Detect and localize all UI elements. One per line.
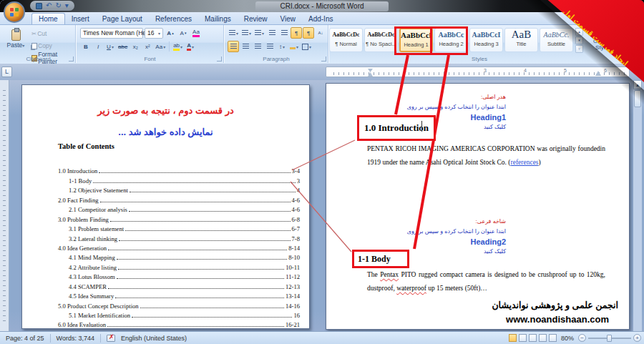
toc-entry[interactable]: 4.0 Idea Generation 8-14: [58, 242, 300, 252]
toc-page-number: 3-4: [292, 167, 300, 175]
cut-button[interactable]: ✂ Cut: [30, 28, 75, 39]
zoom-out-button[interactable]: −: [578, 334, 586, 342]
proofing-error-icon[interactable]: [107, 335, 115, 342]
toc-entry[interactable]: 6.0 Idea Evaluation 16-21: [58, 319, 300, 328]
toc-entry[interactable]: 2.1 Competitor analysis 4-6: [58, 204, 300, 213]
numbering-button[interactable]: ▾: [240, 27, 253, 39]
toc-entry[interactable]: 4.3 Lotus Blossom 11-12: [58, 271, 300, 280]
toc-entry[interactable]: 3.2 Lateral thinking 7-8: [58, 232, 300, 242]
shading-button[interactable]: ▾: [288, 41, 300, 52]
style-heading-3[interactable]: AaBbCcI Heading 3: [469, 28, 503, 52]
toc-dot-leader: [110, 221, 291, 222]
qat-dropdown-icon[interactable]: ▾: [65, 1, 69, 10]
align-center-button[interactable]: [240, 41, 251, 52]
zoom-slider[interactable]: [588, 338, 631, 339]
indent-marker-right[interactable]: [595, 71, 601, 76]
font-dialog-launcher[interactable]: [217, 56, 222, 62]
decrease-indent-button[interactable]: [266, 27, 278, 39]
change-case-button[interactable]: Aa▾: [154, 41, 167, 52]
italic-button[interactable]: I: [92, 41, 104, 52]
clear-formatting-button[interactable]: Aa: [190, 27, 202, 39]
tab-view[interactable]: View: [274, 14, 303, 24]
bullets-button[interactable]: ▾: [228, 27, 240, 39]
tab-mailings[interactable]: Mailings: [198, 14, 238, 24]
vertical-ruler[interactable]: [0, 80, 9, 331]
tab-home[interactable]: Home: [31, 13, 65, 24]
office-button[interactable]: [4, 1, 25, 23]
view-draft-button[interactable]: [549, 334, 557, 342]
paste-button[interactable]: Paste▾: [4, 27, 27, 59]
redo-icon[interactable]: ↻: [55, 1, 61, 10]
toc-entry[interactable]: 2.0 Fact Finding 4-6: [58, 194, 300, 203]
zoom-in-button[interactable]: +: [633, 334, 641, 342]
tab-page-layout[interactable]: Page Layout: [96, 14, 149, 24]
borders-button[interactable]: ▾: [301, 41, 313, 52]
strikethrough-button[interactable]: abe: [117, 41, 129, 52]
view-web-layout-button[interactable]: [529, 334, 537, 342]
tab-insert[interactable]: Insert: [65, 14, 96, 24]
align-right-button[interactable]: [252, 41, 263, 52]
style-normal[interactable]: AaBbCcDc ¶ Normal: [329, 28, 363, 52]
toc-entry[interactable]: 3.1 Problem statement 6-7: [58, 223, 300, 232]
tab-review[interactable]: Review: [238, 14, 274, 24]
grow-font-button[interactable]: A▴: [165, 27, 176, 39]
toc-entry[interactable]: 4.5 Idea Summary 13-14: [58, 290, 300, 300]
toc-entry[interactable]: 3.0 Problem Finding 6-8: [58, 213, 300, 222]
font-name-combo[interactable]: Times New Roman (Hea▾: [80, 28, 143, 39]
tab-stop-selector[interactable]: L: [1, 67, 12, 77]
shrink-font-button[interactable]: A▾: [177, 27, 189, 39]
subscript-button[interactable]: x₂: [130, 41, 141, 52]
ribbon: Paste▾ ✂ Cut Copy Format Painter Clipboa…: [0, 25, 644, 64]
toc-entry[interactable]: 5.1 Market Identification 16: [58, 310, 300, 319]
save-icon[interactable]: [36, 3, 42, 9]
view-outline-button[interactable]: [539, 334, 547, 342]
tab-references[interactable]: References: [149, 14, 198, 24]
view-print-layout-button[interactable]: [509, 334, 517, 342]
copy-icon: [31, 43, 37, 49]
rtl-text-direction-button[interactable]: ¶: [291, 27, 302, 39]
increase-indent-button[interactable]: [278, 27, 290, 39]
status-page[interactable]: Page: 4 of 25: [0, 335, 50, 342]
undo-icon[interactable]: ↶: [46, 1, 52, 10]
toc-entry[interactable]: 5.0 Product Concept Description 14-16: [58, 300, 300, 309]
multilevel-list-button[interactable]: ▾: [253, 27, 265, 39]
toc-entry[interactable]: 1-1 Body 3: [58, 175, 300, 184]
toc-entry[interactable]: 4.2 Attribute listing 10-11: [58, 261, 300, 270]
style-title[interactable]: AaB Title: [504, 28, 538, 52]
toc-page-number: 8-14: [288, 245, 300, 252]
toc-entry[interactable]: 1.0 Introduction 3-4: [58, 165, 300, 175]
toc-entry[interactable]: 4.4 SCAMPER 12-13: [58, 280, 300, 290]
sort-button[interactable]: A↓: [315, 27, 326, 39]
zoom-level[interactable]: 80%: [559, 335, 576, 342]
page-left[interactable]: در قسمت دوم ، نتیجه به صورت زیر نمایش دا…: [21, 84, 310, 329]
highlight-button[interactable]: ab▾: [172, 41, 184, 52]
font-size-combo[interactable]: 16▾: [145, 28, 163, 39]
page-right[interactable]: هدر اصلی: ابتدا عنوان را انتخاب کرده و س…: [326, 83, 630, 330]
style-no-spacing[interactable]: AaBbCcDc ¶ No Spaci...: [364, 28, 398, 52]
font-color-button[interactable]: A▾: [185, 41, 196, 52]
style-heading-1[interactable]: AaBbCcl Heading 1: [399, 28, 433, 52]
copy-button[interactable]: Copy: [30, 40, 75, 51]
paragraph-dialog-launcher[interactable]: [321, 56, 326, 62]
justify-button[interactable]: [264, 41, 275, 52]
view-full-screen-button[interactable]: [519, 334, 527, 342]
ltr-text-direction-button[interactable]: ¶: [303, 27, 314, 39]
status-language[interactable]: English (United States): [115, 335, 192, 342]
toc-entry[interactable]: 1.2 Objective Statement 4: [58, 185, 300, 194]
align-left-button[interactable]: [228, 41, 239, 52]
toc-page-number: 4-6: [292, 206, 300, 213]
bold-button[interactable]: B: [80, 41, 92, 52]
toc-entry-label: 2.1 Competitor analysis: [69, 206, 127, 213]
superscript-button[interactable]: x²: [142, 41, 153, 52]
underline-button[interactable]: U▾: [104, 41, 116, 52]
line-spacing-button[interactable]: ↕▾: [276, 41, 288, 52]
tab-add-ins[interactable]: Add-Ins: [302, 14, 339, 24]
style-heading-2[interactable]: AaBbCc Heading 2: [434, 28, 468, 52]
references-link[interactable]: references: [511, 159, 539, 166]
zoom-slider-thumb[interactable]: [607, 335, 612, 342]
horizontal-ruler[interactable]: 1 2 3 4 5 6: [326, 67, 630, 77]
vertical-scrollbar[interactable]: ▲: [633, 80, 642, 331]
status-word-count[interactable]: Words: 3,744: [51, 335, 100, 342]
clipboard-dialog-launcher[interactable]: [69, 56, 74, 62]
toc-entry[interactable]: 4.1 Mind Mapping 8-10: [58, 252, 300, 261]
